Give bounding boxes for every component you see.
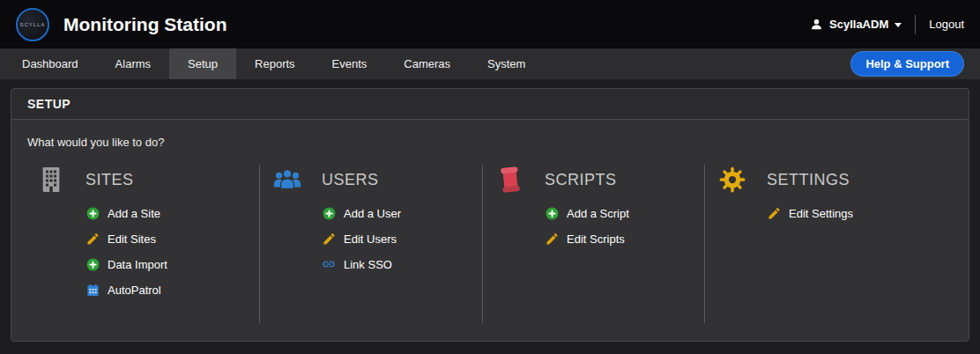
scripts-actions: Add a Script Edit Scripts <box>545 206 704 246</box>
sites-header: SITES <box>36 165 259 195</box>
action-label: Link SSO <box>344 258 392 271</box>
pencil-icon <box>767 206 781 220</box>
pencil-icon <box>85 232 100 246</box>
pencil-icon <box>322 232 336 246</box>
action-label: Data Import <box>108 258 167 271</box>
section-sites: SITES Add a Site Edit Sites <box>27 165 259 323</box>
tab-dashboard[interactable]: Dashboard <box>4 48 97 79</box>
panel-title: SETUP <box>27 97 71 111</box>
action-label: Edit Users <box>344 232 397 246</box>
plus-circle-icon <box>85 206 100 220</box>
section-title-settings: SETTINGS <box>767 171 850 189</box>
section-users: USERS Add a User Edit Users <box>259 165 482 323</box>
top-bar-right: ScyllaADM Logout <box>810 15 964 34</box>
pencil-icon <box>545 232 559 246</box>
tab-reports[interactable]: Reports <box>236 48 314 79</box>
action-edit-sites[interactable]: Edit Sites <box>85 232 259 246</box>
link-icon <box>322 257 336 271</box>
action-edit-users[interactable]: Edit Users <box>322 232 482 246</box>
setup-panel: SETUP What would you like to do? <box>11 88 969 342</box>
section-settings: SETTINGS Edit Settings <box>704 165 961 323</box>
user-icon <box>810 18 823 31</box>
users-icon <box>272 165 302 195</box>
logo-text: SCYLLA <box>19 22 45 27</box>
user-menu[interactable]: ScyllaADM <box>810 18 902 31</box>
action-label: Edit Scripts <box>567 232 625 246</box>
action-edit-scripts[interactable]: Edit Scripts <box>545 232 704 246</box>
panel-header: SETUP <box>11 89 969 120</box>
user-name: ScyllaADM <box>829 18 888 31</box>
app-logo: SCYLLA <box>16 8 49 41</box>
users-actions: Add a User Edit Users Link SSO <box>322 206 482 271</box>
scroll-icon <box>495 165 525 195</box>
main-nav: Dashboard Alarms Setup Reports Events Ca… <box>0 48 980 79</box>
action-label: Add a Script <box>567 207 629 220</box>
action-autopatrol[interactable]: AutoPatrol <box>85 283 259 297</box>
action-add-a-script[interactable]: Add a Script <box>545 206 704 220</box>
chevron-down-icon <box>895 23 902 27</box>
action-data-import[interactable]: Data Import <box>85 257 259 271</box>
header-divider <box>915 15 916 34</box>
plus-circle-icon <box>545 206 559 220</box>
section-scripts: SCRIPTS Add a Script Edit Scripts <box>482 165 704 323</box>
setup-columns: SITES Add a Site Edit Sites <box>11 161 969 323</box>
gear-icon <box>717 165 747 195</box>
top-bar: SCYLLA Monitoring Station ScyllaADM Logo… <box>0 0 980 48</box>
action-add-a-site[interactable]: Add a Site <box>85 206 259 220</box>
action-label: Add a User <box>344 207 401 220</box>
help-support-button[interactable]: Help & Support <box>850 51 964 77</box>
tab-events[interactable]: Events <box>314 48 386 79</box>
tab-system[interactable]: System <box>469 48 544 79</box>
tab-alarms[interactable]: Alarms <box>97 48 169 79</box>
settings-header: SETTINGS <box>717 165 961 195</box>
plus-circle-icon <box>85 257 100 271</box>
action-label: Edit Sites <box>108 232 156 246</box>
nav-right: Help & Support <box>850 48 976 79</box>
scripts-header: SCRIPTS <box>495 165 704 195</box>
section-title-sites: SITES <box>85 171 134 189</box>
settings-actions: Edit Settings <box>767 206 961 220</box>
app-title: Monitoring Station <box>63 14 226 35</box>
action-label: Add a Site <box>108 207 160 220</box>
calendar-icon <box>85 283 100 297</box>
action-label: Edit Settings <box>789 207 853 220</box>
tab-cameras[interactable]: Cameras <box>385 48 469 79</box>
logout-button[interactable]: Logout <box>929 18 964 31</box>
section-title-users: USERS <box>322 171 379 189</box>
sites-actions: Add a Site Edit Sites Data Import <box>85 206 259 297</box>
action-add-a-user[interactable]: Add a User <box>322 206 482 220</box>
setup-prompt: What would you like to do? <box>11 120 969 161</box>
action-label: AutoPatrol <box>108 284 161 297</box>
users-header: USERS <box>272 165 482 195</box>
action-edit-settings[interactable]: Edit Settings <box>767 206 961 220</box>
tab-setup[interactable]: Setup <box>169 48 236 79</box>
plus-circle-icon <box>322 206 336 220</box>
section-title-scripts: SCRIPTS <box>545 171 617 189</box>
building-icon <box>36 165 66 195</box>
action-link-sso[interactable]: Link SSO <box>322 257 482 271</box>
